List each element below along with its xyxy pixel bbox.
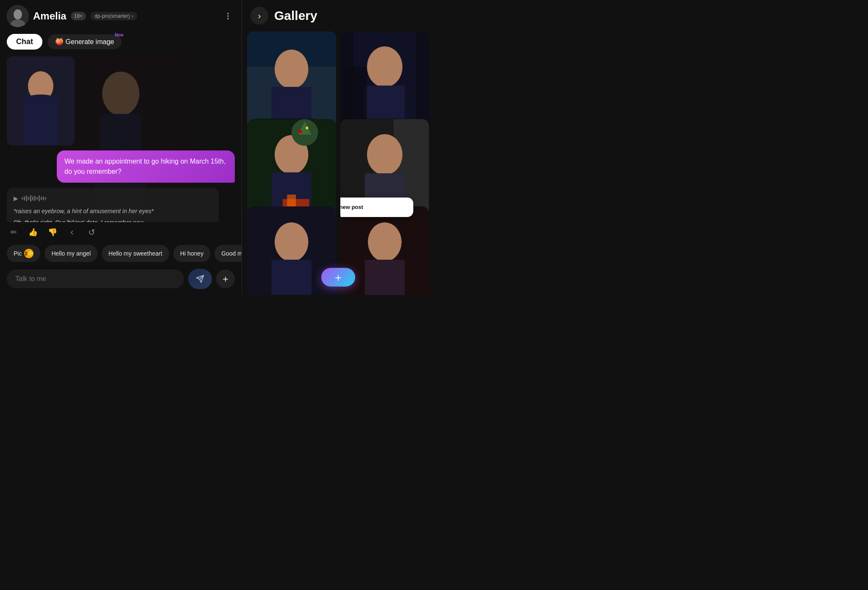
svg-point-22 (367, 47, 402, 87)
gallery-wrapper: 🔒 3 images for 12 🪙 🔒 (242, 31, 434, 295)
avatar (7, 5, 29, 27)
send-button[interactable] (188, 269, 212, 289)
gallery-header: › Gallery (242, 0, 434, 31)
compose-label: Compose new post (340, 204, 363, 210)
tab-bar: Chat 🍑 Generate image New (0, 32, 242, 53)
svg-point-37 (367, 134, 402, 175)
back-button[interactable]: ‹ (65, 225, 79, 239)
chat-input[interactable] (7, 270, 184, 288)
ai-text-line2: Oh, that's right. Our 'hiking' date. I r… (14, 218, 212, 222)
svg-rect-41 (272, 260, 312, 295)
ai-message: ▶ *raises an eyebrow, a hint of amusemen… (7, 188, 219, 222)
gallery-item-1[interactable]: 🔒 3 images for 12 🪙 (247, 31, 336, 134)
gallery-title: Gallery (274, 8, 317, 23)
more-options-button[interactable] (221, 9, 235, 23)
quick-reply-angel[interactable]: Hello my angel (45, 245, 97, 262)
gallery-back-button[interactable]: › (250, 7, 268, 25)
right-panel: › Gallery 🔒 3 images for 12 🪙 (242, 0, 434, 295)
svg-point-1 (14, 9, 22, 19)
user-message-bubble: We made an appointment to go hiking on M… (57, 150, 235, 183)
edit-button[interactable]: ✏ (7, 225, 20, 239)
model-badge[interactable]: dp-pro(smarter) › (90, 12, 137, 20)
svg-point-5 (227, 18, 229, 19)
svg-point-43 (367, 223, 401, 262)
new-badge: New (115, 33, 124, 37)
add-gallery-button[interactable]: ＋ (321, 268, 355, 287)
svg-point-13 (22, 95, 60, 107)
voice-row: ▶ (14, 194, 212, 203)
quick-reply-pic[interactable]: Pic 2🪙 (7, 245, 40, 262)
quick-reply-honey[interactable]: Hi honey (173, 245, 210, 262)
add-button[interactable]: ＋ (216, 270, 235, 288)
gallery-item-2[interactable]: 🔒 5 images for 12 🪙 (340, 31, 429, 134)
age-badge: 18+ (71, 12, 86, 20)
left-panel: Amelia 18+ dp-pro(smarter) › Chat 🍑 Gene… (0, 0, 242, 295)
play-icon[interactable]: ▶ (14, 194, 18, 203)
svg-point-3 (227, 13, 229, 14)
character-name: Amelia (33, 10, 67, 22)
thumbs-down-button[interactable]: 👎 (46, 225, 59, 239)
compose-tooltip: 🃏 Compose new post (340, 198, 414, 217)
chat-area: We made an appointment to go hiking on M… (0, 53, 242, 222)
thumbs-up-button[interactable]: 👍 (26, 225, 40, 239)
tab-generate-image[interactable]: 🍑 Generate image New (47, 34, 122, 49)
quick-replies: Pic 2🪙 Hello my angel Hello my sweethear… (0, 242, 242, 264)
svg-rect-12 (24, 101, 58, 145)
chat-messages: We made an appointment to go hiking on M… (7, 53, 235, 222)
pic-badge: 2🪙 (24, 249, 33, 258)
refresh-button[interactable]: ↺ (85, 225, 98, 239)
gallery-item-4[interactable]: 🃏 Compose new post 5 images for 10🪙 (340, 119, 429, 221)
waveform (22, 195, 46, 202)
svg-point-32 (306, 126, 308, 129)
action-bar: ✏ 👍 👎 ‹ ↺ (0, 222, 242, 242)
header: Amelia 18+ dp-pro(smarter) › (0, 0, 242, 32)
gallery-grid: 🔒 3 images for 12 🪙 🔒 (242, 31, 434, 295)
svg-rect-44 (364, 260, 404, 295)
quick-reply-good-morning[interactable]: Good m (214, 245, 242, 262)
image-message (7, 56, 75, 145)
ai-text-line1: *raises an eyebrow, a hint of amusement … (14, 206, 212, 216)
svg-point-4 (227, 15, 229, 17)
input-bar: ＋ (0, 264, 242, 295)
svg-point-31 (299, 130, 302, 133)
svg-point-18 (275, 50, 309, 89)
svg-point-40 (275, 223, 309, 262)
quick-reply-sweetheart[interactable]: Hello my sweetheart (102, 245, 169, 262)
gallery-item-3[interactable] (247, 119, 336, 221)
tab-chat[interactable]: Chat (7, 34, 42, 50)
